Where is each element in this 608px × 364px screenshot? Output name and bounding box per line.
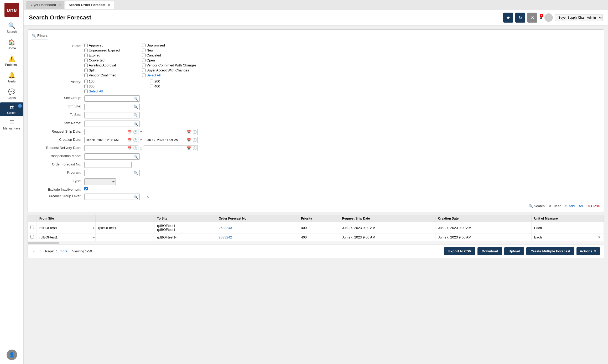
state-unpromised[interactable]: Unpromised [142, 43, 196, 47]
close-tab-buyer[interactable]: ✕ [58, 3, 61, 7]
app-logo[interactable]: one [4, 3, 19, 17]
row2-order-no[interactable]: 2633242 [216, 233, 298, 241]
row2-checkbox[interactable] [30, 235, 34, 238]
row1-checkbox[interactable] [30, 226, 34, 229]
page-label: Page: [45, 249, 54, 253]
state-new[interactable]: New [142, 48, 196, 52]
delivery-date-to-cal[interactable]: 📅 [186, 145, 192, 151]
type-select[interactable] [84, 178, 116, 185]
state-open[interactable]: Open [142, 58, 196, 62]
row2-from-site: rplBOFtest1 ▶ [37, 233, 96, 241]
sidebar-item-search[interactable]: 🔍 Search [0, 20, 23, 36]
state-canceled[interactable]: Canceled [142, 53, 196, 57]
to-site-search-btn[interactable]: 🔍 [132, 112, 139, 118]
filter-clear-button[interactable]: ↺ Clear [549, 204, 561, 208]
exclude-inactive-checkbox[interactable] [84, 187, 88, 190]
next-page-button[interactable]: › [38, 248, 43, 254]
product-group-input[interactable] [85, 194, 132, 200]
more-pages-link[interactable]: more... [60, 249, 70, 253]
row1-expand[interactable]: ▶ [93, 226, 95, 229]
creation-date-to[interactable] [144, 138, 186, 143]
delivery-date-to-time[interactable]: 🕐 [192, 145, 198, 151]
state-split[interactable]: Split [84, 68, 137, 72]
creation-date-to-cal[interactable]: 📅 [186, 137, 192, 143]
order-forecast-no-input[interactable] [84, 162, 132, 168]
ship-date-to-time[interactable]: 🕐 [192, 129, 198, 135]
create-multiple-button[interactable]: Create Multiple Forecast [526, 247, 574, 255]
ship-date-from-time[interactable]: 🕐 [132, 129, 138, 135]
download-button[interactable]: Download [477, 247, 502, 255]
state-unpromised-expired[interactable]: Unpromised Expired [84, 48, 137, 52]
priority-400[interactable]: 400 [150, 84, 202, 88]
user-role-select[interactable]: Buyer Supply Chain Admin [555, 14, 603, 21]
delivery-date-from[interactable] [85, 146, 127, 151]
ship-date-from-cal[interactable]: 📅 [127, 129, 132, 135]
sidebar-item-switch[interactable]: ⇄ Switch [0, 102, 23, 116]
header-menu-button[interactable]: ≡ ★ [539, 15, 542, 20]
pagination-left: ‹ › Page: 1 more... Viewing 1-50 [32, 248, 92, 254]
refresh-button[interactable]: ↻ [515, 13, 525, 23]
priority-300[interactable]: 300 [84, 84, 137, 88]
state-expired[interactable]: Expired [84, 53, 137, 57]
tab-buyer-dashboard[interactable]: Buyer Dashboard ✕ [26, 1, 64, 9]
to-site-input[interactable] [85, 113, 132, 118]
product-group-search-btn[interactable]: 🔍 [132, 194, 139, 200]
tab-search-order-forecast[interactable]: Search Order Forecast ✕ [65, 1, 114, 9]
filter-close-button[interactable]: ✕ Close [587, 204, 600, 208]
creation-date-from[interactable] [85, 138, 127, 143]
priority-select-all[interactable]: Select All [84, 89, 137, 93]
delivery-date-from-cal[interactable]: 📅 [127, 145, 132, 151]
row2-expand[interactable]: ▶ [93, 236, 95, 239]
from-site-search-btn[interactable]: 🔍 [132, 104, 139, 110]
filter-add-button[interactable]: ⊕ Add Filter [565, 204, 583, 208]
creation-date-from-cal[interactable]: 📅 [127, 137, 132, 143]
item-name-search-btn[interactable]: 🔍 [132, 121, 139, 127]
delivery-date-from-time[interactable]: 🕐 [132, 145, 138, 151]
star-button[interactable]: ★ [503, 13, 513, 23]
program-input-wrap: 🔍 [84, 170, 140, 176]
from-site-input[interactable] [85, 104, 132, 110]
filter-search-button[interactable]: 🔍 Search [529, 204, 545, 208]
site-group-search-btn[interactable]: 🔍 [132, 96, 139, 101]
filter-actions: 🔍 Search ↺ Clear ⊕ Add Filter ✕ Close [32, 202, 600, 208]
priority-200[interactable]: 200 [150, 79, 202, 83]
state-buyer-accept-changes[interactable]: Buyer Accept With Changes [142, 68, 196, 72]
sidebar-item-problems[interactable]: ⚠️ Problems [0, 53, 23, 69]
export-csv-button[interactable]: Export to CSV [444, 247, 475, 255]
sidebar-item-alerts[interactable]: 🔔 Alerts [0, 69, 23, 86]
sidebar-item-chats[interactable]: 💬 Chats [0, 86, 23, 102]
close-tab-forecast[interactable]: ✕ [107, 3, 111, 7]
table-row: rplBOFtest1 ▶ rplBOFtest1- 2633242 400 J… [28, 233, 604, 241]
item-name-input[interactable] [85, 121, 132, 127]
priority-100[interactable]: 100 [84, 79, 137, 83]
state-approved[interactable]: Approved [84, 43, 137, 47]
site-group-input[interactable] [85, 96, 132, 101]
prev-page-button[interactable]: ‹ [32, 248, 36, 254]
state-vendor-confirmed-changes[interactable]: Vendor Confirmed With Changes [142, 63, 196, 67]
filters-tab[interactable]: 🔍 Filters [32, 34, 48, 39]
program-input[interactable] [85, 170, 132, 176]
close-page-button[interactable]: ✕ [527, 13, 537, 23]
creation-date-to-time[interactable]: 🕐 [192, 137, 198, 143]
upload-button[interactable]: Upload [504, 247, 524, 255]
creation-date-from-time[interactable]: 🕐 [132, 137, 138, 143]
ship-date-to[interactable] [144, 129, 186, 135]
filters-panel: 🔍 Filters State: Approved Unpromised Exp… [28, 29, 604, 212]
row1-order-no[interactable]: 2633243 [216, 222, 298, 233]
state-select-all[interactable]: Select All [142, 73, 196, 77]
transportation-mode-input[interactable] [85, 154, 132, 159]
actions-button[interactable]: Actions ▼ [576, 247, 600, 255]
state-vendor-confirmed[interactable]: Vendor Confirmed [84, 73, 137, 77]
ship-date-to-cal[interactable]: 📅 [186, 129, 192, 135]
delivery-date-to[interactable] [144, 146, 186, 151]
sidebar-item-menus[interactable]: ☰ Menus/Favs [0, 116, 23, 133]
state-awaiting-approval[interactable]: Awaiting Approval [84, 63, 137, 67]
sidebar-item-home[interactable]: 🏠 Home [0, 36, 23, 53]
transportation-mode-search-btn[interactable]: 🔍 [132, 154, 139, 159]
ship-date-from[interactable] [85, 129, 127, 135]
program-search-btn[interactable]: 🔍 [132, 170, 139, 176]
state-converted[interactable]: Converted [84, 58, 137, 62]
product-group-clear-icon[interactable]: ✕ [146, 195, 149, 199]
user-profile-icon[interactable]: 👤 [7, 350, 17, 360]
horizontal-scrollbar[interactable] [28, 241, 604, 244]
